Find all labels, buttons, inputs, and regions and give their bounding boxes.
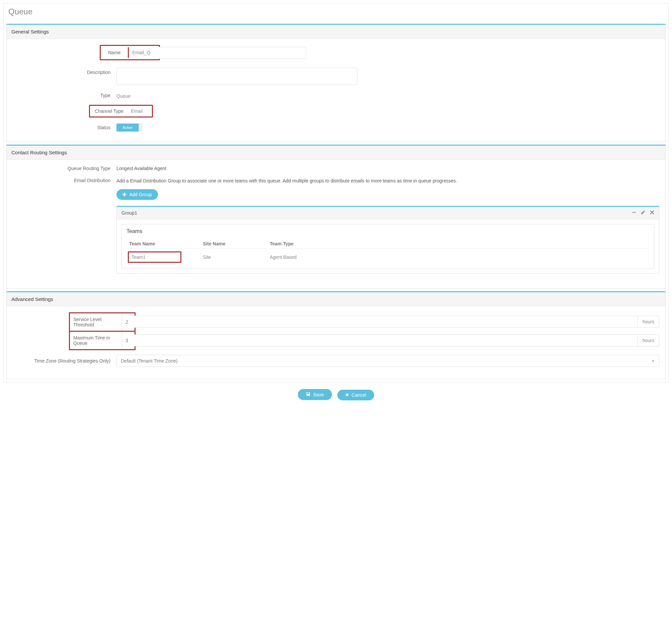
cancel-button[interactable]: ✖ Cancel bbox=[337, 390, 375, 400]
teams-table: Team Name Site Name Team Type Team1 Si bbox=[126, 239, 649, 265]
group-header: Group1 bbox=[117, 207, 659, 219]
timezone-value: Default (Tenant Time Zone) bbox=[121, 358, 651, 364]
status-label: Status bbox=[13, 125, 116, 130]
name-row: Name bbox=[13, 45, 659, 60]
email-distribution-field: Add a Email Distribution Group to associ… bbox=[116, 177, 659, 273]
service-level-label: Service Level Threshold bbox=[70, 313, 122, 331]
description-label: Description bbox=[13, 68, 116, 75]
service-level-row: Service Level Threshold hours bbox=[13, 312, 659, 331]
team-name-highlight: Team1 bbox=[128, 251, 181, 263]
teams-box: Teams Team Name Site Name Team Type bbox=[121, 224, 654, 268]
channel-type-label: Channel Type bbox=[95, 108, 129, 114]
description-input[interactable] bbox=[116, 68, 357, 85]
cancel-label: Cancel bbox=[352, 392, 367, 398]
cell-team-type: Agent Based bbox=[270, 254, 337, 260]
name-label: Name bbox=[101, 47, 129, 58]
advanced-settings-panel: Advanced Settings Service Level Threshol… bbox=[6, 291, 666, 379]
email-distribution-label: Email Distribution bbox=[13, 177, 116, 183]
type-label: Type bbox=[13, 93, 116, 98]
channel-type-row: Channel Type Email bbox=[13, 105, 659, 117]
save-button[interactable]: Save bbox=[298, 389, 332, 400]
queue-routing-type-label: Queue Routing Type bbox=[13, 166, 116, 171]
group-body: Teams Team Name Site Name Team Type bbox=[117, 219, 659, 273]
timezone-row: Time Zone (Routing Strategies Only) Defa… bbox=[13, 355, 659, 367]
general-settings-panel: General Settings Name Description bbox=[6, 24, 666, 142]
table-row: Team1 Site Agent Based bbox=[126, 249, 649, 265]
chevron-down-icon: ▼ bbox=[651, 359, 655, 363]
queue-routing-type-value: Longest Available Agent bbox=[116, 166, 659, 171]
queue-routing-type-row: Queue Routing Type Longest Available Age… bbox=[13, 166, 659, 171]
max-time-input[interactable] bbox=[122, 332, 134, 349]
max-time-label: Maximum Time in Queue bbox=[70, 332, 122, 349]
general-settings-body: Name Description Type Queue bbox=[7, 39, 665, 142]
group-panel: Group1 bbox=[116, 206, 659, 273]
max-time-highlight: Maximum Time in Queue bbox=[69, 331, 135, 350]
name-input[interactable] bbox=[129, 47, 159, 58]
teams-title: Teams bbox=[126, 228, 649, 234]
svg-rect-0 bbox=[632, 212, 636, 213]
save-label: Save bbox=[313, 392, 324, 397]
description-row: Description bbox=[13, 68, 659, 86]
col-team-type: Team Type bbox=[270, 241, 337, 246]
type-row: Type Queue bbox=[13, 92, 659, 99]
add-group-label: Add Group bbox=[129, 192, 152, 197]
status-row: Status Active bbox=[13, 123, 659, 132]
status-field: Active bbox=[116, 123, 659, 132]
collapse-icon[interactable] bbox=[632, 210, 636, 216]
save-icon bbox=[306, 392, 311, 397]
cell-site-name: Site bbox=[203, 254, 270, 260]
general-settings-header: General Settings bbox=[7, 25, 665, 39]
teams-header-row: Team Name Site Name Team Type bbox=[126, 239, 649, 249]
cell-team-name: Team1 bbox=[129, 251, 203, 263]
name-highlight: Name bbox=[100, 45, 160, 60]
name-input-extension[interactable] bbox=[159, 47, 306, 59]
channel-type-highlight: Channel Type Email bbox=[89, 105, 153, 117]
routing-settings-header: Contact Routing Settings bbox=[7, 146, 665, 160]
max-time-row: Maximum Time in Queue hours bbox=[13, 331, 659, 350]
footer-buttons: Save ✖ Cancel bbox=[3, 382, 669, 409]
page-title: Queue bbox=[4, 4, 668, 21]
plus-icon: ✚ bbox=[122, 192, 126, 197]
cancel-icon: ✖ bbox=[345, 392, 349, 397]
service-level-highlight: Service Level Threshold bbox=[69, 312, 135, 331]
col-site-name: Site Name bbox=[203, 241, 270, 246]
email-distribution-desc: Add a Email Distribution Group to associ… bbox=[116, 177, 659, 185]
max-time-unit: hours bbox=[637, 335, 659, 346]
status-toggle[interactable]: Active bbox=[116, 123, 143, 132]
routing-settings-panel: Contact Routing Settings Queue Routing T… bbox=[6, 145, 666, 289]
type-value: Queue bbox=[116, 92, 659, 99]
timezone-label: Time Zone (Routing Strategies Only) bbox=[13, 358, 116, 364]
routing-settings-body: Queue Routing Type Longest Available Age… bbox=[7, 160, 665, 288]
page-container: Queue General Settings Name Description bbox=[3, 3, 669, 382]
edit-icon[interactable] bbox=[641, 210, 645, 216]
email-distribution-row: Email Distribution Add a Email Distribut… bbox=[13, 177, 659, 273]
status-toggle-label: Active bbox=[116, 125, 138, 130]
service-level-rest: hours bbox=[134, 316, 659, 328]
service-level-unit: hours bbox=[637, 316, 659, 327]
advanced-settings-body: Service Level Threshold hours Maximum Ti… bbox=[7, 306, 665, 379]
description-field bbox=[116, 68, 659, 86]
group-title: Group1 bbox=[121, 210, 632, 216]
add-group-button[interactable]: ✚ Add Group bbox=[116, 189, 158, 200]
col-team-name: Team Name bbox=[129, 241, 203, 246]
advanced-settings-header: Advanced Settings bbox=[7, 292, 665, 306]
group-actions bbox=[632, 210, 654, 216]
service-level-input[interactable] bbox=[122, 313, 134, 331]
delete-icon[interactable] bbox=[650, 210, 654, 216]
timezone-select[interactable]: Default (Tenant Time Zone) ▼ bbox=[116, 355, 659, 367]
channel-type-value: Email bbox=[129, 108, 147, 114]
max-time-rest: hours bbox=[134, 334, 659, 347]
status-toggle-handle bbox=[138, 123, 143, 132]
